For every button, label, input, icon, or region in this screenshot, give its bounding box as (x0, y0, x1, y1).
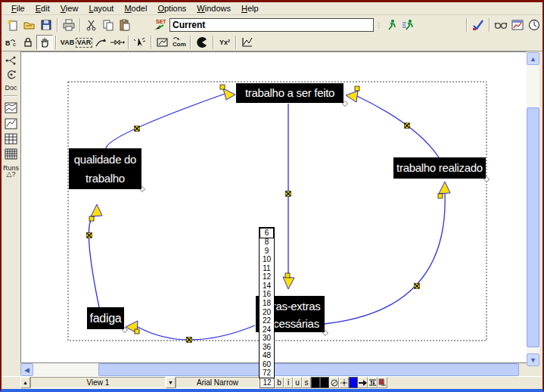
menu-help[interactable]: Help (236, 3, 264, 14)
run-fast-icon[interactable] (400, 17, 417, 33)
menu-windows[interactable]: Windows (191, 3, 236, 14)
view-name-field[interactable]: View 1 (30, 377, 166, 388)
graph-tool-icon[interactable] (4, 117, 18, 130)
node-fadiga[interactable]: fadiga (87, 307, 124, 329)
font-size-dropdown[interactable]: 6891011121416182022243036486072 (259, 227, 275, 378)
font-size-option-14[interactable]: 14 (260, 282, 274, 291)
scroll-down-button[interactable]: ▼ (527, 353, 539, 366)
arrowhead-handle[interactable] (89, 216, 94, 221)
line-thickness-button[interactable] (368, 377, 378, 388)
node-trabalho-a-ser-feito[interactable]: trabalho a ser feito (236, 83, 343, 103)
font-size-option-72[interactable]: 72 (260, 369, 274, 378)
causes-tree-icon[interactable] (4, 54, 18, 67)
simulation-gauge-icon[interactable] (526, 17, 542, 33)
document-tool[interactable]: Doc (4, 81, 18, 94)
reference-modes-tool-icon[interactable] (239, 35, 256, 50)
font-size-option-30[interactable]: 30 (260, 334, 274, 343)
runs-compare-tool[interactable]: Runs△? (4, 163, 18, 179)
box-color-swatch[interactable] (349, 377, 358, 388)
variable-tool-icon[interactable]: VAB (59, 35, 76, 50)
arrowhead-handle[interactable] (220, 85, 225, 89)
save-icon[interactable] (38, 17, 54, 33)
input-output-object-tool-icon[interactable] (154, 35, 171, 50)
font-size-option-60[interactable]: 60 (260, 360, 274, 369)
horizontal-scroll-thumb[interactable] (98, 363, 519, 376)
model-reader-icon[interactable] (493, 17, 509, 33)
node-qualidade-do-trabalho[interactable]: qualidade dotrabalho (69, 148, 141, 189)
view-down-button[interactable]: ▼ (166, 377, 176, 388)
scroll-up-button[interactable]: ▲ (527, 52, 539, 65)
shadow-variable-tool-icon[interactable]: VAR (76, 35, 92, 50)
menu-file[interactable]: File (6, 3, 30, 14)
menu-layout[interactable]: Layout (83, 3, 119, 14)
causes-strip-icon[interactable] (4, 101, 18, 114)
rate-tool-icon[interactable] (109, 35, 126, 50)
fill-color-swatch[interactable] (320, 377, 329, 388)
menu-options[interactable]: Options (152, 3, 191, 14)
arrow-style-button[interactable] (358, 377, 368, 388)
style-s-button[interactable]: s (302, 377, 311, 388)
font-size-option-6[interactable]: 6 (260, 228, 274, 238)
font-size-field[interactable]: 12 (260, 377, 275, 388)
open-icon[interactable] (21, 17, 38, 33)
style-i-button[interactable]: i (284, 377, 293, 388)
delete-tool-icon[interactable] (194, 35, 210, 50)
font-size-option-12[interactable]: 12 (260, 273, 274, 282)
output-windows-icon[interactable] (509, 17, 526, 33)
font-size-option-20[interactable]: 20 (260, 308, 274, 317)
dataset-field[interactable] (169, 18, 374, 32)
font-size-option-11[interactable]: 11 (260, 264, 274, 273)
lock-tool-icon[interactable] (20, 35, 36, 50)
font-size-option-18[interactable]: 18 (260, 299, 274, 308)
uses-tree-icon[interactable] (4, 68, 18, 81)
font-size-option-48[interactable]: 48 (260, 351, 274, 360)
arrowhead-handle[interactable] (285, 273, 290, 278)
hand-tool-icon[interactable] (36, 35, 53, 50)
arrow-handle-x[interactable] (87, 233, 92, 238)
font-size-option-16[interactable]: 16 (260, 291, 274, 300)
arrowhead-handle[interactable] (438, 194, 443, 198)
cut-icon[interactable] (83, 17, 100, 33)
arrowhead-handle[interactable] (135, 329, 139, 334)
shape-button[interactable] (329, 377, 339, 388)
copy-attributes-button[interactable] (378, 377, 387, 388)
new-icon[interactable] (5, 17, 21, 33)
copy-icon[interactable] (100, 17, 117, 33)
font-size-option-22[interactable]: 22 (260, 316, 274, 325)
equations-tool-icon[interactable]: Yx² (216, 35, 233, 50)
pointer-tool-icon[interactable] (132, 35, 148, 50)
arrow-fadiga-to-qualidade[interactable] (89, 216, 99, 307)
scroll-left-button[interactable]: ◀ (20, 363, 33, 376)
font-name-field[interactable]: Arial Narrow (176, 377, 260, 388)
vertical-scrollbar[interactable]: ▲ ▼ (527, 52, 539, 366)
arrow-horas-to-fadiga[interactable] (138, 325, 255, 340)
font-size-option-9[interactable]: 9 (260, 247, 274, 256)
arrow-tool-icon[interactable] (92, 35, 109, 50)
arrow-realizado-to-feito[interactable] (357, 96, 439, 157)
print-icon[interactable] (61, 17, 77, 33)
arrow-handle-x[interactable] (135, 126, 140, 132)
node-trabalho-realizado[interactable]: trabalho realizado (393, 157, 486, 179)
vertical-scroll-thumb[interactable] (527, 107, 539, 347)
view-up-button[interactable]: ▲ (20, 377, 30, 388)
font-size-option-36[interactable]: 36 (260, 343, 274, 352)
move-words-tool-icon[interactable]: Bc (3, 35, 20, 50)
font-size-option-24[interactable]: 24 (260, 325, 274, 334)
style-b-button[interactable]: b (275, 377, 284, 388)
text-color-swatch[interactable] (311, 377, 320, 388)
arrow-horas-to-realizado[interactable] (325, 194, 445, 324)
arrow-handle-x[interactable] (187, 338, 192, 343)
arrowhead-handle[interactable] (355, 86, 359, 91)
arrow-handle-x[interactable] (286, 191, 291, 197)
font-size-option-10[interactable]: 10 (260, 256, 274, 265)
font-size-option-8[interactable]: 8 (260, 238, 274, 247)
arrow-qualidade-to-feito[interactable] (106, 94, 225, 148)
paste-icon[interactable] (117, 17, 133, 33)
arrow-handle-x[interactable] (405, 123, 410, 129)
position-button[interactable] (339, 377, 349, 388)
menu-model[interactable]: Model (119, 3, 152, 14)
arrow-handle-x[interactable] (415, 284, 420, 289)
style-u-button[interactable]: u (293, 377, 302, 388)
check-model-icon[interactable] (470, 17, 486, 33)
set-dataset-icon[interactable]: SET (151, 17, 168, 33)
